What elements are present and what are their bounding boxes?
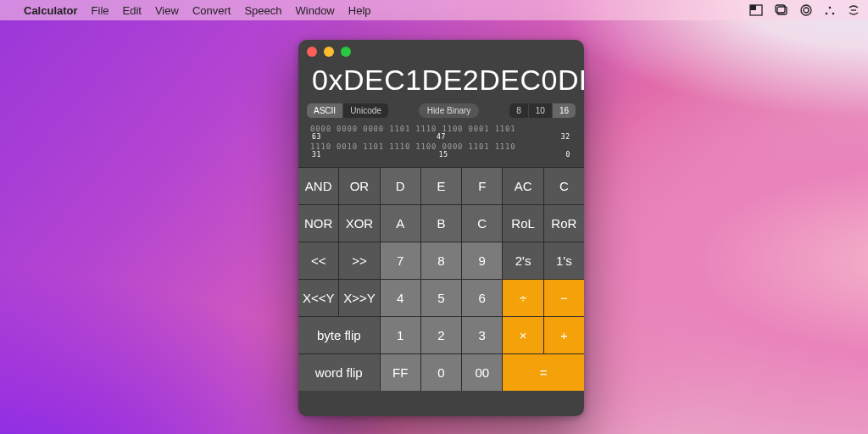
base-16[interactable]: 16 (553, 103, 576, 118)
key-word-flip[interactable]: word flip (298, 354, 380, 391)
app-menu[interactable]: Calculator (24, 4, 78, 17)
key-rol[interactable]: RoL (503, 205, 542, 242)
svg-point-8 (832, 13, 835, 15)
status-icon-2[interactable] (775, 4, 788, 16)
svg-point-4 (801, 5, 811, 15)
key-2[interactable]: 2 (421, 317, 461, 353)
base-8[interactable]: 8 (509, 103, 529, 118)
menu-file[interactable]: File (92, 4, 109, 17)
key-plus[interactable]: + (544, 317, 584, 353)
key-b[interactable]: B (421, 205, 461, 242)
key-xshl[interactable]: X<<Y (298, 280, 338, 316)
key-e[interactable]: E (421, 168, 461, 204)
svg-point-5 (804, 8, 809, 13)
menu-convert[interactable]: Convert (192, 4, 231, 17)
menu-speech[interactable]: Speech (244, 4, 281, 17)
menubar-status-area (749, 4, 860, 16)
status-icon-5[interactable] (848, 4, 860, 16)
key-c-hex[interactable]: C (462, 205, 502, 242)
traffic-light-close[interactable] (307, 47, 317, 57)
menu-view[interactable]: View (155, 4, 179, 17)
status-icon-4[interactable] (824, 4, 836, 16)
key-equals[interactable]: = (503, 354, 584, 391)
key-00[interactable]: 00 (462, 354, 502, 391)
status-icon-3[interactable] (800, 4, 812, 16)
key-xshr[interactable]: X>>Y (339, 280, 379, 316)
key-7[interactable]: 7 (381, 242, 420, 279)
binary-row-high[interactable]: 0000 0000 0000 1101 1110 1100 0001 1101 (310, 125, 572, 133)
key-c[interactable]: C (544, 168, 584, 204)
key-9[interactable]: 9 (462, 242, 502, 279)
svg-rect-1 (750, 5, 756, 10)
key-ror[interactable]: RoR (544, 205, 584, 242)
hide-binary-button[interactable]: Hide Binary (419, 103, 480, 118)
key-1s[interactable]: 1's (544, 242, 584, 279)
encoding-ascii[interactable]: ASCII (307, 103, 343, 118)
encoding-unicode[interactable]: Unicode (343, 103, 388, 118)
calculator-display: 0xDEC1DE2DEC0DE (298, 64, 584, 103)
key-nor[interactable]: NOR (298, 205, 338, 242)
key-f[interactable]: F (462, 168, 502, 204)
key-4[interactable]: 4 (381, 280, 420, 316)
window-titlebar (298, 40, 584, 64)
menu-help[interactable]: Help (348, 4, 371, 17)
traffic-light-zoom[interactable] (341, 47, 351, 57)
encoding-segment: ASCII Unicode (307, 103, 388, 118)
key-ff[interactable]: FF (381, 354, 420, 391)
base-10[interactable]: 10 (529, 103, 553, 118)
key-and[interactable]: AND (298, 168, 338, 204)
key-byte-flip[interactable]: byte flip (298, 317, 380, 353)
menu-window[interactable]: Window (296, 4, 335, 17)
svg-point-7 (829, 7, 832, 9)
menu-edit[interactable]: Edit (123, 4, 142, 17)
key-minus[interactable]: − (544, 280, 584, 316)
calculator-window: 0xDEC1DE2DEC0DE ASCII Unicode Hide Binar… (298, 40, 584, 416)
key-divide[interactable]: ÷ (503, 280, 542, 316)
menubar: Calculator File Edit View Convert Speech… (0, 0, 868, 20)
key-xor[interactable]: XOR (339, 205, 379, 242)
key-2s[interactable]: 2's (503, 242, 542, 279)
key-1[interactable]: 1 (381, 317, 420, 353)
key-multiply[interactable]: × (503, 317, 542, 353)
key-3[interactable]: 3 (462, 317, 502, 353)
key-5[interactable]: 5 (421, 280, 461, 316)
key-8[interactable]: 8 (421, 242, 461, 279)
binary-row-low[interactable]: 1110 0010 1101 1110 1100 0000 1101 1110 (310, 142, 572, 151)
key-a[interactable]: A (381, 205, 420, 242)
key-or[interactable]: OR (339, 168, 379, 204)
binary-display: 0000 0000 0000 1101 1110 1100 0001 1101 … (298, 123, 584, 167)
base-segment: 8 10 16 (509, 103, 576, 118)
key-d[interactable]: D (381, 168, 420, 204)
key-ac[interactable]: AC (503, 168, 542, 204)
key-0[interactable]: 0 (421, 354, 461, 391)
status-icon-1[interactable] (749, 4, 763, 16)
traffic-light-minimize[interactable] (324, 47, 334, 57)
keypad: AND OR D E F AC C NOR XOR A B C RoL RoR … (298, 167, 584, 391)
key-6[interactable]: 6 (462, 280, 502, 316)
svg-point-6 (826, 13, 828, 15)
key-shr[interactable]: >> (339, 242, 379, 279)
key-shl[interactable]: << (298, 242, 338, 279)
